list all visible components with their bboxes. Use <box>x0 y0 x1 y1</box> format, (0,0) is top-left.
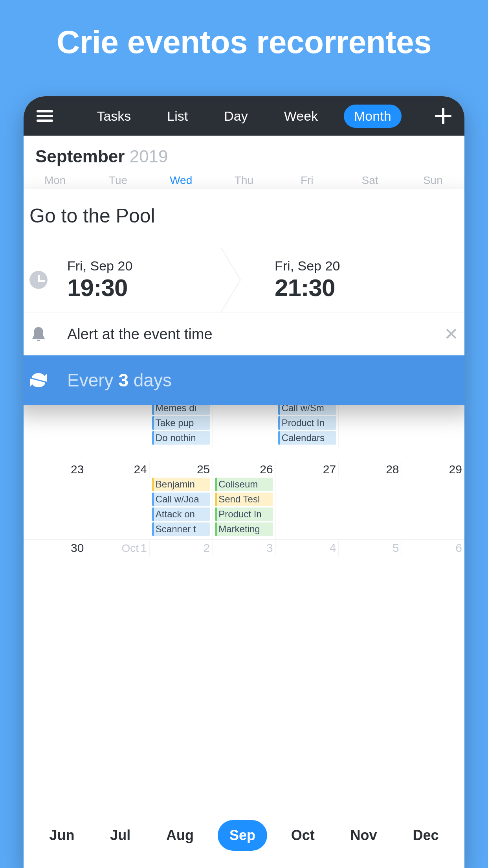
calendar-cell[interactable]: 30 <box>24 540 86 557</box>
device-frame: Tasks List Day Week Month September 2019… <box>24 96 464 868</box>
calendar-cell[interactable]: 28 <box>339 461 402 478</box>
event-end[interactable]: Fri, Sep 20 21:30 <box>251 258 459 302</box>
event-time-row[interactable]: Fri, Sep 20 19:30 Fri, Sep 20 21:30 <box>24 247 464 313</box>
date-number: 23 <box>26 463 84 476</box>
alert-text: Alert at the event time <box>67 326 424 343</box>
dow-fri: Fri <box>275 172 338 189</box>
event-chip[interactable]: Benjamin <box>152 478 210 491</box>
date-number: 5 <box>341 541 399 555</box>
calendar-cell[interactable]: Memes di Take pup Do nothin <box>150 398 213 447</box>
scrub-month[interactable]: Oct <box>279 820 327 851</box>
event-chip[interactable]: Do nothin <box>152 431 210 445</box>
scrub-month[interactable]: Dec <box>401 820 450 851</box>
remove-alert-icon[interactable]: ✕ <box>444 326 459 343</box>
calendar-cell[interactable]: 29 <box>402 461 464 478</box>
calendar-cell[interactable]: 4 <box>276 540 339 557</box>
month-scrubber[interactable]: Jun Jul Aug Sep Oct Nov Dec <box>24 808 464 868</box>
calendar-cell[interactable]: 6 <box>402 540 464 557</box>
event-chip[interactable]: Scanner t <box>152 522 210 536</box>
event-chip[interactable]: Attack on <box>152 508 210 521</box>
calendar-cell[interactable]: Oct1 <box>86 540 149 557</box>
clock-icon <box>29 271 48 289</box>
date-number: 28 <box>341 463 399 476</box>
date-number: 25 <box>152 463 210 476</box>
dow-tue: Tue <box>86 172 149 189</box>
calendar-cell[interactable]: 23 <box>24 461 86 478</box>
recurrence-text: Every 3 days <box>67 370 172 391</box>
event-chip[interactable]: Product In <box>215 508 273 521</box>
dow-thu: Thu <box>213 172 275 189</box>
calendar-cell[interactable]: 5 <box>339 540 402 557</box>
event-alert-row[interactable]: Alert at the event time ✕ <box>24 313 464 355</box>
time-separator-icon <box>221 247 248 313</box>
event-chip[interactable]: Send Tesl <box>215 493 273 506</box>
end-time: 21:30 <box>275 274 459 302</box>
end-date: Fri, Sep 20 <box>275 258 459 274</box>
view-tabs: Tasks List Day Week Month <box>58 105 430 128</box>
scrub-month[interactable]: Aug <box>154 820 205 851</box>
date-number: 27 <box>278 463 336 476</box>
date-number: 4 <box>278 541 336 555</box>
event-chip[interactable]: Take pup <box>152 416 210 430</box>
calendar-row: Memes di Take pup Do nothin Call w/Sm Pr… <box>24 398 464 461</box>
dow-mon: Mon <box>24 172 86 189</box>
date-number: 3 <box>215 541 273 555</box>
dow-row: Mon Tue Wed Thu Fri Sat Sun <box>24 172 464 189</box>
event-chip[interactable]: Coliseum <box>215 478 273 491</box>
tab-week[interactable]: Week <box>274 105 328 128</box>
tab-tasks[interactable]: Tasks <box>86 105 141 128</box>
scrub-month[interactable]: Jul <box>98 820 142 851</box>
month-name: September <box>35 147 125 166</box>
date-number: 6 <box>404 541 462 555</box>
menu-icon[interactable] <box>35 107 54 125</box>
calendar-cell[interactable]: 25 Benjamin Call w/Joa Attack on Scanner… <box>150 461 213 538</box>
calendar-body: Memes di Take pup Do nothin Call w/Sm Pr… <box>24 398 464 618</box>
event-chip[interactable]: Call w/Joa <box>152 493 210 506</box>
event-recurrence-row[interactable]: Every 3 days <box>24 355 464 405</box>
event-chip[interactable]: Calendars <box>278 431 336 445</box>
tab-day[interactable]: Day <box>214 105 258 128</box>
calendar-row: 30 Oct1 2 3 4 5 6 <box>24 539 464 618</box>
bell-icon <box>29 326 48 343</box>
month-year: 2019 <box>130 147 168 166</box>
calendar-cell[interactable]: 3 <box>213 540 275 557</box>
event-card: Go to the Pool Fri, Sep 20 19:30 Fri, Se… <box>24 189 464 405</box>
event-chip[interactable]: Marketing <box>215 522 273 536</box>
tab-month[interactable]: Month <box>344 105 402 128</box>
calendar-cell[interactable]: 2 <box>150 540 213 557</box>
date-number: 29 <box>404 463 462 476</box>
dow-sat: Sat <box>338 172 401 189</box>
dow-sun: Sun <box>402 172 464 189</box>
event-chip[interactable]: Product In <box>278 416 336 430</box>
recur-icon <box>29 372 48 388</box>
date-number: Oct1 <box>89 541 147 555</box>
date-number: 26 <box>215 463 273 476</box>
calendar-cell[interactable]: 27 <box>276 461 339 478</box>
calendar-cell[interactable]: 24 <box>86 461 149 478</box>
add-event-icon[interactable] <box>434 107 453 125</box>
scrub-month[interactable]: Jun <box>37 820 86 851</box>
calendar-cell[interactable]: 26 Coliseum Send Tesl Product In Marketi… <box>213 461 275 538</box>
scrub-month[interactable]: Nov <box>339 820 389 851</box>
tab-list[interactable]: List <box>157 105 198 128</box>
month-header: September 2019 <box>24 136 464 172</box>
marketing-headline: Crie eventos recorrentes <box>0 0 488 61</box>
calendar-cell[interactable]: Call w/Sm Product In Calendars <box>276 398 339 447</box>
date-number: 2 <box>152 541 210 555</box>
scrub-month[interactable]: Sep <box>218 820 267 851</box>
date-number: 24 <box>89 463 147 476</box>
navbar: Tasks List Day Week Month <box>24 96 464 136</box>
dow-wed: Wed <box>150 172 213 189</box>
date-number: 30 <box>26 541 84 555</box>
event-title[interactable]: Go to the Pool <box>24 189 464 247</box>
calendar-row: 23 24 25 Benjamin Call w/Joa Attack on S… <box>24 461 464 539</box>
